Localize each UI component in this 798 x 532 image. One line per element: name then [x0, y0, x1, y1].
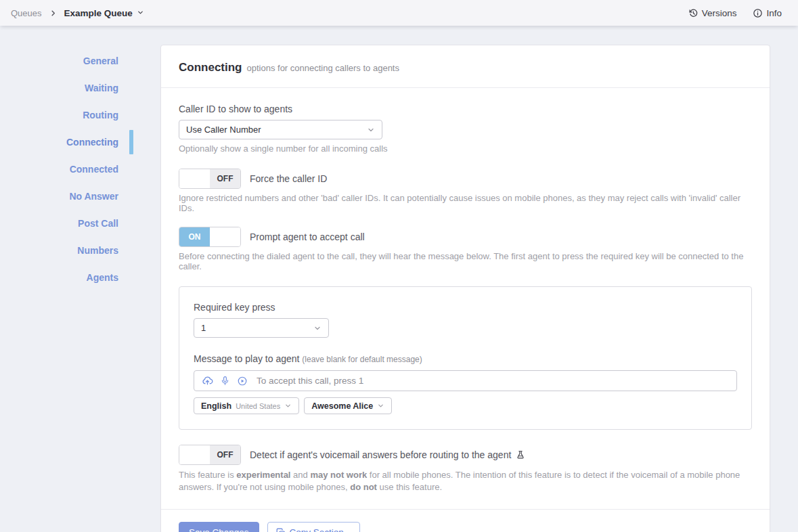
caller-id-select[interactable]: Use Caller Number: [179, 120, 382, 139]
sidebar-item-waiting[interactable]: Waiting: [0, 74, 160, 102]
sidebar-item-post-call[interactable]: Post Call: [0, 210, 160, 237]
play-message-button[interactable]: [237, 376, 248, 386]
copy-icon: [276, 528, 286, 532]
active-indicator-slot: [129, 238, 133, 263]
sidebar-item-connected[interactable]: Connected: [0, 156, 160, 183]
language-value: English: [201, 401, 231, 411]
active-indicator-slot: [129, 49, 133, 73]
top-bar: Queues Example Queue Versions Info: [0, 0, 798, 26]
prompt-agent-toggle[interactable]: ON: [179, 227, 241, 247]
active-indicator-slot: [129, 76, 133, 100]
save-changes-button[interactable]: Save Changes: [179, 522, 259, 532]
cloud-upload-icon: [202, 375, 213, 386]
toggle-state-label: ON: [179, 227, 210, 246]
current-queue-name: Example Queue: [64, 8, 133, 18]
voicemail-detect-toggle[interactable]: OFF: [179, 445, 241, 465]
card-header: Connecting options for connecting caller…: [161, 45, 770, 88]
sidebar-item-general[interactable]: General: [0, 47, 160, 74]
connecting-settings-card: Connecting options for connecting caller…: [160, 45, 770, 532]
history-icon: [688, 8, 699, 18]
card-footer: Save Changes Copy Section...: [161, 510, 770, 532]
voicemail-detect-row: OFF Detect if agent's voicemail answers …: [179, 445, 752, 465]
active-indicator-slot: [129, 265, 133, 290]
message-label: Message to play to agent: [194, 353, 299, 364]
caller-id-help: Optionally show a single number for all …: [179, 143, 752, 154]
required-key-select[interactable]: 1: [194, 318, 329, 338]
chevron-down-icon: [137, 8, 144, 18]
prompt-agent-label: Prompt agent to accept call: [250, 231, 365, 242]
page-subtitle: options for connecting callers to agents: [247, 63, 399, 73]
prompt-agent-row: ON Prompt agent to accept call: [179, 227, 752, 247]
active-indicator-slot: [129, 211, 133, 236]
prompt-config-box: Required key press 1 Message to play to …: [179, 286, 752, 430]
breadcrumb: Queues Example Queue: [11, 8, 144, 18]
sidebar-item-numbers[interactable]: Numbers: [0, 237, 160, 264]
sidebar-item-agents[interactable]: Agents: [0, 264, 160, 291]
active-indicator-slot: [129, 103, 133, 127]
tts-options: English United States Awesome Alice: [194, 397, 737, 414]
play-circle-icon: [237, 376, 248, 386]
message-input-wrapper: [194, 370, 737, 391]
sidebar-item-connecting[interactable]: Connecting: [0, 129, 160, 156]
toggle-knob: [210, 227, 240, 246]
info-button[interactable]: Info: [753, 8, 782, 18]
record-audio-button[interactable]: [220, 376, 230, 386]
chevron-down-icon: [367, 126, 375, 134]
caller-id-selected-value: Use Caller Number: [186, 125, 261, 135]
voicemail-detect-help: This feature is experimental and may not…: [179, 469, 742, 493]
info-icon: [753, 8, 763, 18]
flask-icon: [516, 450, 525, 460]
language-select[interactable]: English United States: [194, 397, 299, 414]
voice-select[interactable]: Awesome Alice: [304, 397, 392, 414]
breadcrumb-current-queue-menu[interactable]: Example Queue: [64, 8, 144, 18]
copy-section-label: Copy Section...: [290, 527, 352, 532]
message-label-row: Message to play to agent (leave blank fo…: [194, 353, 737, 364]
chevron-right-icon: [49, 9, 57, 17]
message-text-input[interactable]: [254, 376, 729, 386]
language-region: United States: [236, 402, 280, 410]
chevron-down-icon: [284, 402, 292, 409]
breadcrumb-queues-link[interactable]: Queues: [11, 8, 42, 18]
force-caller-id-label: Force the caller ID: [250, 173, 327, 184]
force-caller-id-row: OFF Force the caller ID: [179, 169, 752, 189]
sidebar-item-routing[interactable]: Routing: [0, 102, 160, 129]
page-layout: General Waiting Routing Connecting Conne…: [0, 26, 798, 532]
chevron-down-icon: [313, 324, 322, 332]
prompt-agent-help: Before connecting the dialed agent to th…: [179, 251, 752, 271]
card-body: Caller ID to show to agents Use Caller N…: [161, 88, 770, 493]
versions-button[interactable]: Versions: [688, 8, 737, 18]
microphone-icon: [220, 376, 230, 386]
upload-audio-button[interactable]: [202, 375, 213, 386]
chevron-down-icon: [377, 402, 384, 409]
caller-id-label: Caller ID to show to agents: [179, 104, 752, 114]
page-title: Connecting: [179, 61, 242, 74]
topbar-actions: Versions Info: [688, 8, 782, 18]
active-indicator-slot: [129, 157, 133, 181]
toggle-knob: [179, 169, 210, 188]
toggle-state-label: OFF: [210, 169, 240, 188]
voice-value: Awesome Alice: [311, 401, 373, 411]
toggle-knob: [179, 445, 210, 464]
force-caller-id-toggle[interactable]: OFF: [179, 169, 241, 189]
toggle-state-label: OFF: [210, 445, 240, 464]
force-caller-id-help: Ignore restricted numbers and other 'bad…: [179, 193, 752, 213]
active-indicator-bar: [129, 130, 133, 154]
section-sidebar: General Waiting Routing Connecting Conne…: [0, 26, 160, 291]
active-indicator-slot: [129, 184, 133, 208]
copy-section-button[interactable]: Copy Section...: [267, 522, 361, 532]
sidebar-item-no-answer[interactable]: No Answer: [0, 183, 160, 210]
message-note: (leave blank for default message): [302, 355, 422, 364]
required-key-label: Required key press: [194, 302, 737, 313]
required-key-selected-value: 1: [201, 323, 206, 333]
voicemail-detect-label: Detect if agent's voicemail answers befo…: [250, 449, 525, 460]
